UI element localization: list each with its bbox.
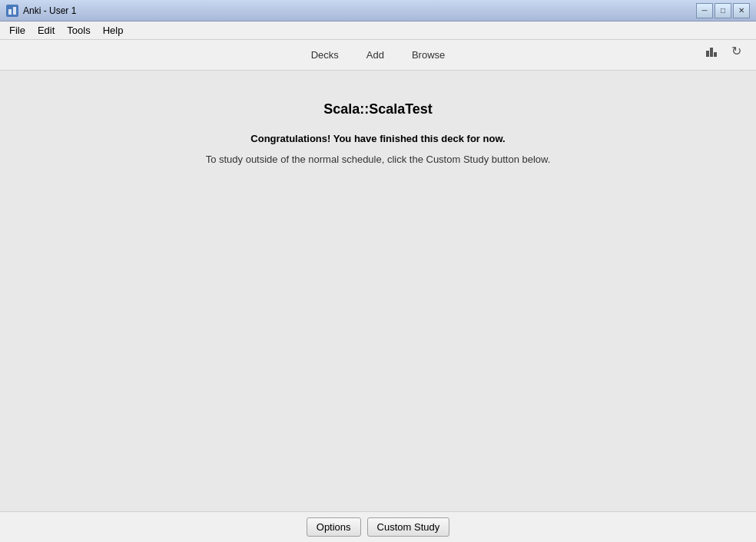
svg-rect-1 bbox=[13, 7, 16, 15]
menu-help[interactable]: Help bbox=[97, 23, 130, 38]
title-bar-left: Anki - User 1 bbox=[6, 5, 76, 17]
maximize-button[interactable]: □ bbox=[715, 3, 731, 18]
nav-add[interactable]: Add bbox=[360, 46, 390, 64]
deck-title: Scala::ScalaTest bbox=[323, 101, 433, 117]
custom-study-button[interactable]: Custom Study bbox=[367, 517, 450, 537]
nav-decks[interactable]: Decks bbox=[305, 46, 345, 64]
menu-file[interactable]: File bbox=[3, 23, 32, 38]
options-button[interactable]: Options bbox=[307, 517, 361, 537]
minimize-button[interactable]: ─ bbox=[696, 3, 713, 18]
app-icon bbox=[6, 5, 18, 17]
study-info-text: To study outside of the normal schedule,… bbox=[206, 154, 551, 165]
nav-browse[interactable]: Browse bbox=[406, 46, 451, 64]
congratulations-text: Congratulations! You have finished this … bbox=[250, 133, 505, 144]
window-controls: ─ □ ✕ bbox=[696, 3, 750, 18]
menu-tools[interactable]: Tools bbox=[61, 23, 96, 38]
toolbar: Decks Add Browse ↻ bbox=[0, 40, 756, 71]
title-bar: Anki - User 1 ─ □ ✕ bbox=[0, 0, 756, 21]
menu-edit[interactable]: Edit bbox=[32, 23, 61, 38]
toolbar-nav: Decks Add Browse bbox=[9, 46, 747, 64]
stats-button[interactable] bbox=[701, 40, 722, 61]
window-title: Anki - User 1 bbox=[23, 5, 76, 16]
close-button[interactable]: ✕ bbox=[733, 3, 750, 18]
footer: Options Custom Study bbox=[0, 511, 756, 542]
stats-icon bbox=[706, 45, 717, 57]
sync-icon: ↻ bbox=[731, 44, 741, 58]
svg-rect-0 bbox=[8, 9, 12, 15]
toolbar-icons: ↻ bbox=[701, 40, 747, 61]
main-content: Scala::ScalaTest Congratulations! You ha… bbox=[0, 71, 756, 511]
menu-bar: File Edit Tools Help bbox=[0, 21, 756, 40]
sync-button[interactable]: ↻ bbox=[725, 40, 747, 61]
